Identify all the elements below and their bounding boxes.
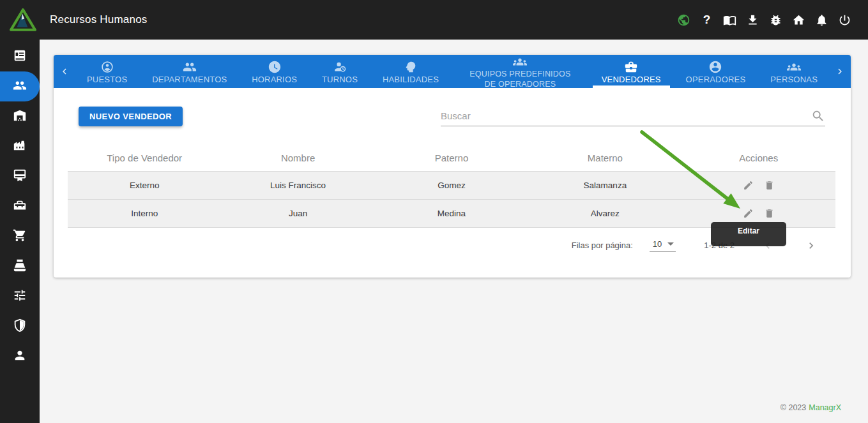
sidebar-item-shopping-cart[interactable] <box>0 221 40 251</box>
certificate-icon <box>13 168 27 185</box>
search-field <box>441 106 825 126</box>
tabs-scroll-left-icon[interactable] <box>54 55 75 88</box>
brand-link[interactable]: ManagrX <box>809 403 841 412</box>
sidebar-item-security[interactable] <box>0 311 40 341</box>
column-header: Nombre <box>221 145 374 171</box>
sidebar-item-human-resources[interactable] <box>0 71 40 101</box>
cell-paterno: Gomez <box>375 171 528 199</box>
rows-per-page-value: 10 <box>653 239 662 249</box>
briefcase-icon <box>624 60 638 74</box>
factory-icon <box>13 138 27 155</box>
tabs: PUESTOS DEPARTAMENTOS HORARIOS TURNOS HA… <box>75 55 829 88</box>
person-circle-icon <box>708 60 722 74</box>
app-logo-icon[interactable] <box>9 6 37 33</box>
tab-vendedores[interactable]: VENDEDORES <box>593 55 670 88</box>
bug-report-icon[interactable] <box>769 13 782 27</box>
caret-down-icon <box>667 242 674 246</box>
brain-icon <box>404 60 418 74</box>
tab-label: VENDEDORES <box>602 75 661 85</box>
tab-label: DEPARTAMENTOS <box>152 75 227 85</box>
person-badge-icon <box>100 60 114 74</box>
tab-puestos[interactable]: PUESTOS <box>78 55 136 88</box>
page-title: Recursos Humanos <box>50 13 147 26</box>
edit-icon[interactable] <box>743 208 754 219</box>
shield-icon <box>13 318 27 335</box>
sidebar-item-warehouse[interactable] <box>0 101 40 131</box>
sidebar-item-news[interactable] <box>0 41 40 71</box>
header-icon-bar: ? <box>677 13 851 27</box>
column-header: Tipo de Vendedor <box>68 145 221 171</box>
tab-label: PERSONAS <box>770 75 818 85</box>
sidebar-item-certifications[interactable] <box>0 161 40 191</box>
tab-horarios[interactable]: HORARIOS <box>243 55 306 88</box>
next-page-icon[interactable] <box>803 238 819 253</box>
sidebar-item-factory[interactable] <box>0 131 40 161</box>
manual-book-icon[interactable] <box>723 13 736 27</box>
column-header: Acciones <box>682 145 835 171</box>
globe-icon[interactable] <box>677 13 690 27</box>
warehouse-icon <box>13 108 27 125</box>
footer: © 2023ManagrX <box>780 403 841 412</box>
rows-per-page-label: Filas por página: <box>572 241 633 250</box>
power-icon[interactable] <box>838 13 851 27</box>
tune-icon <box>13 288 27 305</box>
tab-label: TURNOS <box>322 75 358 85</box>
tab-label: HABILIDADES <box>383 75 439 85</box>
cell-paterno: Medina <box>375 199 528 227</box>
search-input[interactable] <box>441 110 811 121</box>
groups-icon <box>787 60 801 74</box>
help-icon[interactable]: ? <box>700 13 713 27</box>
tabs-scroll-right-icon[interactable] <box>829 55 851 88</box>
home-icon[interactable] <box>792 13 805 27</box>
main-content: PUESTOS DEPARTAMENTOS HORARIOS TURNOS HA… <box>40 40 868 423</box>
clock-icon <box>268 60 282 74</box>
app-header: Recursos Humanos ? <box>0 0 868 40</box>
column-header: Paterno <box>375 145 528 171</box>
people-icon <box>183 60 197 74</box>
toolbox-icon <box>13 198 27 215</box>
tab-personas[interactable]: PERSONAS <box>761 55 826 88</box>
row-actions <box>682 180 835 191</box>
tab-operadores[interactable]: OPERADORES <box>677 55 755 88</box>
column-header: Materno <box>528 145 681 171</box>
people-icon <box>13 78 27 95</box>
sidebar-item-settings[interactable] <box>0 281 40 311</box>
row-actions <box>682 208 835 219</box>
module-tabbar: PUESTOS DEPARTAMENTOS HORARIOS TURNOS HA… <box>54 55 851 88</box>
sidebar-item-account[interactable] <box>0 341 40 371</box>
person-icon <box>13 348 27 365</box>
table-row: Externo Luis Francisco Gomez Salamanza <box>68 171 835 199</box>
notifications-bell-icon[interactable] <box>815 13 828 27</box>
sidebar-item-toolbox[interactable] <box>0 191 40 221</box>
new-vendor-button[interactable]: NUEVO VENDEDOR <box>79 107 183 126</box>
rows-per-page-select[interactable]: 10 <box>650 239 676 252</box>
toolbar: NUEVO VENDEDOR <box>79 106 825 126</box>
tab-label: EQUIPOS PREDEFINIDOS DE OPERADORES <box>464 70 577 88</box>
tab-label: HORARIOS <box>252 75 297 85</box>
cell-materno: Salamanza <box>528 171 681 199</box>
cell-nombre: Juan <box>221 199 374 227</box>
cell-tipo: Interno <box>68 199 221 227</box>
delete-icon[interactable] <box>764 180 775 191</box>
tab-label: OPERADORES <box>686 75 746 85</box>
person-clock-icon <box>333 60 347 74</box>
download-icon[interactable] <box>746 13 759 27</box>
delete-icon[interactable] <box>764 208 775 219</box>
copyright-text: © 2023 <box>780 403 807 412</box>
sidebar-item-cash-register[interactable] <box>0 251 40 281</box>
edit-tooltip: Editar <box>711 222 786 246</box>
search-icon[interactable] <box>811 109 825 123</box>
edit-icon[interactable] <box>743 180 754 191</box>
news-icon <box>13 48 27 65</box>
cart-icon <box>13 228 27 245</box>
tab-label: PUESTOS <box>87 75 127 85</box>
tab-equipos-predefinidos[interactable]: EQUIPOS PREDEFINIDOS DE OPERADORES <box>455 55 586 88</box>
tab-habilidades[interactable]: HABILIDADES <box>374 55 448 88</box>
cell-materno: Alvarez <box>528 199 681 227</box>
cell-nombre: Luis Francisco <box>221 171 374 199</box>
sidebar <box>0 40 40 423</box>
tab-departamentos[interactable]: DEPARTAMENTOS <box>143 55 236 88</box>
table-header-row: Tipo de Vendedor Nombre Paterno Materno … <box>68 145 835 171</box>
tab-turnos[interactable]: TURNOS <box>313 55 367 88</box>
register-icon <box>13 258 27 275</box>
